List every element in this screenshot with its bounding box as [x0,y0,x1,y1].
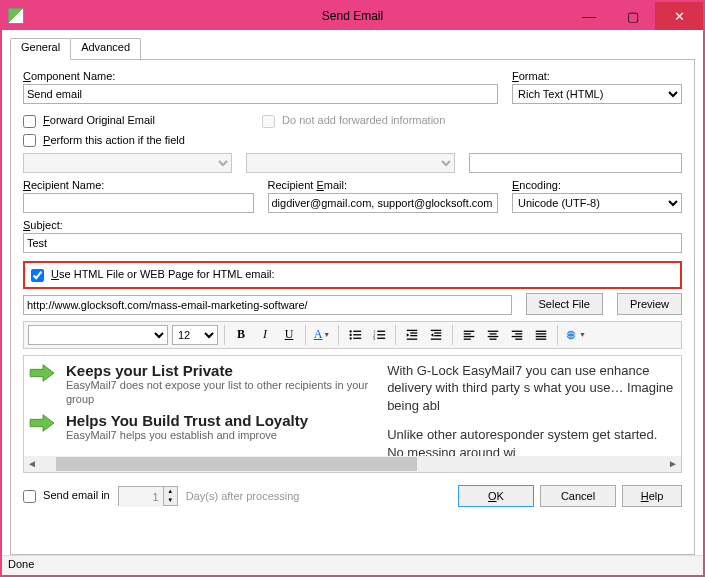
feature-title: Keeps your List Private [66,362,387,379]
svg-point-2 [349,334,351,336]
font-color-button[interactable]: A▼ [312,325,332,345]
recipient-email-input[interactable] [268,193,499,213]
arrow-right-icon [28,362,58,384]
align-center-button[interactable] [483,325,503,345]
svg-rect-5 [353,337,361,338]
svg-rect-37 [536,338,547,339]
tab-general[interactable]: General [10,38,71,60]
svg-rect-3 [353,334,361,335]
svg-rect-28 [488,336,499,337]
svg-rect-11 [377,337,385,338]
cancel-button[interactable]: Cancel [540,485,616,507]
spin-up-button: ▲ [163,487,177,496]
svg-rect-15 [410,335,417,336]
insert-link-button[interactable]: ▼ [564,325,586,345]
svg-rect-19 [434,332,441,333]
app-icon [8,8,24,24]
arrow-right-icon [28,412,58,434]
window-title: Send Email [322,9,383,23]
forward-original-checkbox[interactable]: Forward Original Email [23,114,248,128]
feature-subtitle: EasyMail7 helps you establish and improv… [66,429,308,443]
svg-rect-22 [464,330,475,331]
minimize-button[interactable]: — [567,2,611,30]
font-family-select[interactable] [28,325,168,345]
svg-rect-17 [431,330,442,331]
recipient-name-label: Recipient Name: [23,179,254,191]
title-bar: Send Email — ▢ ✕ [2,2,703,30]
help-button[interactable]: Help [622,485,682,507]
perform-field-select [23,153,232,173]
do-not-add-fwd-checkbox: Do not add forwarded information [262,114,445,128]
svg-marker-18 [431,333,434,337]
days-after-label: Day(s) after processing [186,490,300,502]
svg-rect-30 [512,330,523,331]
ok-button[interactable]: OK [458,485,534,507]
font-size-select[interactable]: 12 [172,325,218,345]
align-justify-button[interactable] [531,325,551,345]
recipient-email-label: Recipient Email: [268,179,499,191]
html-file-path-input[interactable] [23,295,512,315]
outdent-button[interactable] [402,325,422,345]
svg-rect-26 [488,330,499,331]
svg-rect-29 [490,338,497,339]
svg-rect-35 [536,333,547,334]
spin-down-button: ▼ [163,496,177,505]
preview-button[interactable]: Preview [617,293,682,315]
close-button[interactable]: ✕ [655,2,703,30]
svg-rect-14 [410,332,417,333]
send-email-in-checkbox[interactable]: Send email in [23,489,110,503]
feature-title: Helps You Build Trust and Loyalty [66,412,308,429]
tab-advanced[interactable]: Advanced [70,38,141,59]
scroll-right-button[interactable]: ► [665,456,681,472]
svg-rect-12 [407,330,418,331]
bold-button[interactable]: B [231,325,251,345]
svg-rect-16 [407,338,418,339]
align-right-button[interactable] [507,325,527,345]
subject-label: Subject: [23,219,682,231]
svg-rect-33 [515,338,522,339]
horizontal-scrollbar[interactable]: ◄ ► [24,456,681,472]
svg-marker-40 [30,415,54,432]
bullet-list-button[interactable] [345,325,365,345]
svg-point-4 [349,337,351,339]
preview-paragraph: With G-Lock EasyMail7 you can use enhanc… [387,362,677,415]
format-label: Format: [512,70,682,82]
editor-toolbar: 12 B I U A▼ 123 ▼ [23,321,682,349]
status-text: Done [8,558,34,570]
perform-action-checkbox[interactable]: Perform this action if the field [23,134,185,148]
svg-rect-27 [490,333,497,334]
number-list-button[interactable]: 123 [369,325,389,345]
svg-rect-20 [434,335,441,336]
svg-text:3: 3 [373,336,376,341]
align-left-button[interactable] [459,325,479,345]
maximize-button[interactable]: ▢ [611,2,655,30]
subject-input[interactable] [23,233,682,253]
indent-button[interactable] [426,325,446,345]
days-spinner: ▲▼ [118,486,178,506]
svg-rect-34 [536,330,547,331]
status-bar: Done [2,555,703,575]
svg-rect-21 [431,338,442,339]
perform-op-select [246,153,455,173]
encoding-select[interactable]: Unicode (UTF-8) [512,193,682,213]
component-name-input[interactable] [23,84,498,104]
svg-rect-9 [377,334,385,335]
component-name-label: Component Name: [23,70,498,82]
svg-marker-13 [407,333,410,337]
scroll-thumb[interactable] [56,457,417,471]
scroll-left-button[interactable]: ◄ [24,456,40,472]
perform-value-input [469,153,682,173]
use-html-file-checkbox[interactable]: Use HTML File or WEB Page for HTML email… [31,268,275,280]
recipient-name-input[interactable] [23,193,254,213]
feature-subtitle: EasyMail7 does not expose your list to o… [66,379,387,407]
use-html-file-group: Use HTML File or WEB Page for HTML email… [23,261,682,289]
encoding-label: Encoding: [512,179,682,191]
svg-rect-24 [464,336,475,337]
days-input [119,487,163,507]
underline-button[interactable]: U [279,325,299,345]
select-file-button[interactable]: Select File [526,293,603,315]
format-select[interactable]: Rich Text (HTML) [512,84,682,104]
editor-preview: Keeps your List Private EasyMail7 does n… [23,355,682,473]
italic-button[interactable]: I [255,325,275,345]
svg-rect-23 [464,333,471,334]
